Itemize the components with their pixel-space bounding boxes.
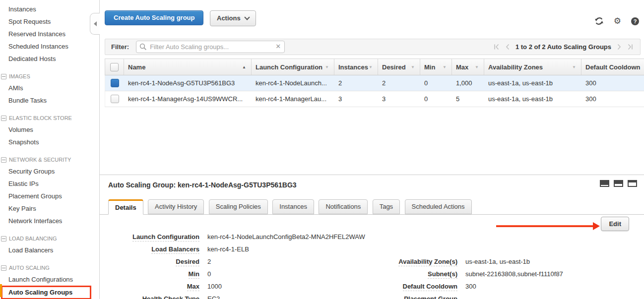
tab-notifications[interactable]: Notifications — [319, 199, 368, 214]
collapse-minus-icon[interactable] — [1, 116, 6, 121]
select-all-checkbox[interactable] — [110, 63, 119, 71]
table-row[interactable]: ken-rc4-1-NodeAsg-G5TU3P561BG3 ken-rc4-1… — [105, 75, 644, 91]
filter-label: Filter: — [111, 43, 129, 51]
sidebar-item-dedicated-hosts[interactable]: Dedicated Hosts — [0, 53, 99, 65]
column-header-desired[interactable]: Desired▼ — [378, 59, 420, 75]
sidebar-item-load-balancers[interactable]: Load Balancers — [0, 244, 99, 256]
sidebar-item-placement-groups[interactable]: Placement Groups — [0, 190, 99, 202]
cell-default-cooldown: 300 — [581, 91, 644, 107]
create-auto-scaling-group-button[interactable]: Create Auto Scaling group — [105, 10, 203, 25]
sidebar-section-auto-scaling[interactable]: AUTO SCALING — [0, 262, 99, 273]
collapse-minus-icon[interactable] — [1, 236, 6, 241]
pagination: 1 to 2 of 2 Auto Scaling Groups — [494, 43, 633, 51]
pane-bottom-half-icon[interactable] — [614, 180, 623, 187]
tab-activity-history[interactable]: Activity History — [148, 199, 204, 214]
table-header-row: Name▲ Launch Configuration▼ Instances▼ D… — [105, 59, 644, 75]
sidebar-item-volumes[interactable]: Volumes — [0, 123, 99, 136]
field-label: Max — [100, 283, 199, 290]
next-page-icon[interactable] — [617, 44, 622, 50]
sidebar-nav: Instances Spot Requests Reserved Instanc… — [0, 0, 99, 299]
field-row: Subnet(s) subnet-22163808,subnet-f1110f8… — [358, 270, 563, 283]
sidebar-section-load-balancing[interactable]: LOAD BALANCING — [0, 233, 99, 244]
column-header-default-cooldown[interactable]: Default Cooldown — [581, 59, 644, 75]
field-label: Health Check Type — [100, 295, 199, 299]
gear-icon[interactable]: ⚙ — [614, 17, 621, 25]
sidebar-item-instances[interactable]: Instances — [0, 3, 99, 15]
sidebar-item-security-groups[interactable]: Security Groups — [0, 165, 99, 178]
sort-caret-icon: ▼ — [325, 65, 329, 69]
field-row: Desired 2 — [100, 258, 365, 270]
sidebar-item-auto-scaling-groups[interactable]: Auto Scaling Groups — [1, 286, 91, 299]
cell-launch-configuration: ken-rc4-1-NodeLaunch... — [252, 75, 334, 91]
cell-availability-zones: us-east-1a, us-east-1b — [484, 91, 581, 107]
row-checkbox[interactable] — [111, 79, 119, 87]
row-checkbox[interactable] — [111, 95, 119, 103]
tab-instances[interactable]: Instances — [272, 199, 314, 214]
collapse-minus-icon[interactable] — [1, 157, 6, 163]
tab-details[interactable]: Details — [108, 199, 143, 215]
field-value: 1000 — [207, 283, 222, 290]
sidebar-item-reserved-instances[interactable]: Reserved Instances — [0, 28, 99, 40]
sort-caret-icon: ▼ — [443, 65, 447, 69]
cell-default-cooldown: 300 — [581, 75, 644, 91]
tab-scaling-policies[interactable]: Scaling Policies — [209, 199, 268, 214]
sidebar-item-scheduled-instances[interactable]: Scheduled Instances — [0, 40, 99, 53]
sidebar-section-elastic-block-store[interactable]: ELASTIC BLOCK STORE — [0, 113, 99, 123]
edit-button[interactable]: Edit — [601, 217, 629, 231]
sidebar-item-bundle-tasks[interactable]: Bundle Tasks — [0, 94, 99, 107]
toolbar-icons: ⚙ ? — [594, 17, 639, 25]
sort-caret-icon: ▼ — [411, 65, 415, 69]
column-header-max[interactable]: Max▼ — [452, 59, 484, 75]
collapse-minus-icon[interactable] — [1, 74, 6, 79]
field-label: Launch Configuration — [100, 233, 199, 240]
cell-max: 5 — [452, 91, 484, 107]
sidebar-section-label: NETWORK & SECURITY — [9, 154, 71, 165]
cell-availability-zones: us-east-1a, us-east-1b — [484, 75, 581, 91]
collapse-minus-icon[interactable] — [1, 265, 6, 271]
cell-min: 0 — [420, 75, 452, 91]
first-page-icon[interactable] — [494, 44, 500, 50]
sidebar-section-network-security[interactable]: NETWORK & SECURITY — [0, 154, 99, 165]
field-label: Availability Zone(s) — [358, 258, 457, 265]
field-row: Launch Configuration ken-rc4-1-NodeLaunc… — [100, 233, 365, 245]
filter-search-input[interactable] — [136, 41, 285, 53]
pane-bottom-small-icon[interactable] — [600, 180, 609, 187]
sidebar-item-network-interfaces[interactable]: Network Interfaces — [0, 215, 99, 227]
prev-page-icon[interactable] — [505, 44, 510, 50]
detail-tabs: Details Activity History Scaling Policie… — [100, 199, 644, 215]
column-header-availability-zones[interactable]: Availability Zones▼ — [484, 59, 581, 75]
help-icon[interactable]: ? — [631, 17, 639, 25]
pagination-text: 1 to 2 of 2 Auto Scaling Groups — [515, 43, 611, 51]
sidebar-item-spot-requests[interactable]: Spot Requests — [0, 15, 99, 28]
sidebar-item-launch-configurations[interactable]: Launch Configurations — [0, 273, 99, 286]
field-row: Min 0 — [100, 270, 365, 283]
tab-tags[interactable]: Tags — [373, 199, 400, 214]
clear-filter-icon[interactable]: ✕ — [275, 43, 281, 50]
last-page-icon[interactable] — [627, 44, 633, 50]
column-header-min[interactable]: Min▼ — [420, 59, 452, 75]
refresh-icon[interactable] — [594, 17, 604, 25]
field-value: ken-rc4-1-ELB — [207, 245, 249, 253]
sidebar-section-images[interactable]: IMAGES — [0, 71, 99, 82]
row-checkbox-cell — [105, 91, 124, 107]
sidebar-item-elastic-ips[interactable]: Elastic IPs — [0, 178, 99, 190]
field-row: Load Balancers ken-rc4-1-ELB — [100, 245, 365, 258]
field-label: Desired — [100, 258, 199, 265]
table-row[interactable]: ken-rc4-1-ManagerAsg-14US9WWCR... ken-rc… — [105, 91, 644, 107]
column-header-name[interactable]: Name▲ — [124, 59, 252, 75]
actions-button[interactable]: Actions — [210, 10, 256, 26]
sidebar-section-label: ELASTIC BLOCK STORE — [9, 113, 72, 123]
cell-name: ken-rc4-1-ManagerAsg-14US9WWCR... — [124, 91, 252, 107]
pane-bottom-large-icon[interactable] — [628, 180, 637, 187]
sidebar-item-amis[interactable]: AMIs — [0, 82, 99, 94]
sidebar-collapse-handle[interactable] — [90, 13, 100, 35]
select-all-checkbox-cell — [105, 59, 124, 75]
field-value: 300 — [465, 283, 476, 290]
pane-layout-controls — [600, 180, 637, 187]
column-header-launch-configuration[interactable]: Launch Configuration▼ — [252, 59, 334, 75]
sidebar-item-snapshots[interactable]: Snapshots — [0, 136, 99, 148]
column-header-instances[interactable]: Instances▼ — [334, 59, 378, 75]
field-row: Health Check Type EC2 — [100, 295, 365, 299]
tab-scheduled-actions[interactable]: Scheduled Actions — [405, 199, 472, 214]
sidebar-item-key-pairs[interactable]: Key Pairs — [0, 202, 99, 215]
